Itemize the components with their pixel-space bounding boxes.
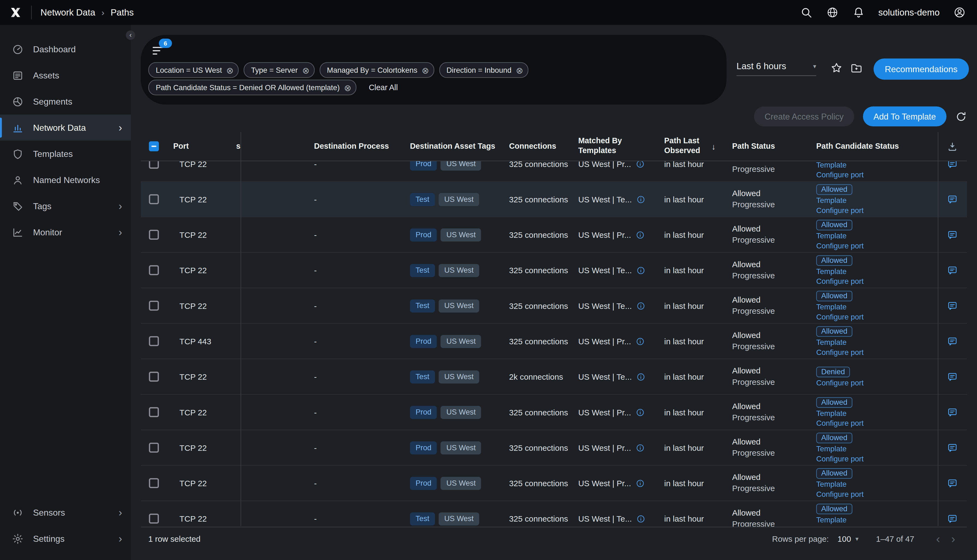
candidate-action-link-template[interactable]: Template	[816, 515, 847, 525]
column-header-path-status[interactable]: Path Status	[732, 142, 813, 151]
table-row[interactable]: TCP 22 - TestUS West 325 connections US …	[141, 501, 967, 527]
table-row[interactable]: TCP 22 - TestUS West 325 connections US …	[141, 253, 967, 288]
candidate-action-link-template[interactable]: Template	[816, 337, 847, 347]
select-all-checkbox[interactable]	[149, 142, 159, 152]
sidebar-item-dashboard[interactable]: Dashboard	[0, 36, 131, 62]
remove-filter-icon[interactable]: ⊗	[516, 66, 523, 74]
candidate-action-link-configure-port[interactable]: Configure port	[816, 418, 863, 428]
bell-icon[interactable]	[852, 6, 865, 19]
candidate-action-link-template[interactable]: Template	[816, 408, 847, 418]
table-row[interactable]: TCP 22 - ProdUS West 325 connections US …	[141, 217, 967, 253]
table-row[interactable]: TCP 22 - TestUS West 325 connections US …	[141, 288, 967, 323]
column-header-connections[interactable]: Connections	[509, 142, 578, 151]
remove-filter-icon[interactable]: ⊗	[344, 83, 351, 92]
table-row[interactable]: TCP 22 - ProdUS West 325 connections US …	[141, 161, 967, 182]
info-icon[interactable]	[636, 161, 645, 168]
remove-filter-icon[interactable]: ⊗	[422, 66, 429, 74]
candidate-action-link-template[interactable]: Template	[816, 302, 847, 312]
candidate-action-link-template[interactable]: Template	[816, 479, 847, 489]
info-icon[interactable]	[636, 301, 646, 310]
info-icon[interactable]	[636, 337, 645, 346]
column-header-port[interactable]: Port	[167, 142, 228, 151]
column-header-path-last-observed[interactable]: Path Last Observed ↓	[664, 137, 732, 156]
sidebar-item-templates[interactable]: Templates	[0, 141, 131, 167]
breadcrumb-section[interactable]: Network Data	[41, 7, 95, 17]
sidebar-item-network-data[interactable]: Network Data›	[0, 115, 131, 141]
comment-icon[interactable]	[947, 513, 958, 524]
info-icon[interactable]	[636, 265, 646, 275]
candidate-action-link-template[interactable]: Template	[816, 195, 847, 205]
recommendations-button[interactable]: Recommendations	[874, 58, 969, 80]
row-checkbox[interactable]	[149, 407, 159, 417]
sidebar-item-sensors[interactable]: Sensors›	[0, 499, 131, 525]
info-icon[interactable]	[636, 478, 645, 488]
row-checkbox[interactable]	[149, 301, 159, 311]
filter-chip[interactable]: Path Candidate Status = Denied OR Allowe…	[148, 80, 356, 95]
candidate-action-link-configure-port[interactable]: Configure port	[816, 276, 863, 286]
info-icon[interactable]	[636, 195, 646, 204]
star-icon[interactable]	[830, 62, 843, 75]
comment-icon[interactable]	[947, 161, 958, 169]
row-checkbox[interactable]	[149, 265, 159, 275]
sidebar-item-monitor[interactable]: Monitor›	[0, 219, 131, 245]
comment-icon[interactable]	[947, 300, 958, 311]
app-logo-icon[interactable]	[9, 6, 22, 19]
candidate-action-link-configure-port[interactable]: Configure port	[816, 205, 863, 215]
candidate-action-link-configure-port[interactable]: Configure port	[816, 240, 863, 251]
clear-all-filters-button[interactable]: Clear All	[369, 83, 398, 92]
search-icon[interactable]	[800, 6, 812, 19]
info-icon[interactable]	[636, 372, 646, 381]
filter-chip[interactable]: Direction = Inbound⊗	[439, 62, 528, 78]
filter-chip[interactable]: Managed By = Colortokens⊗	[320, 62, 434, 78]
column-header-matched-by-templates[interactable]: Matched By Templates	[578, 137, 664, 156]
filter-chip[interactable]: Location = US West⊗	[148, 62, 239, 78]
comment-icon[interactable]	[947, 229, 958, 240]
table-row[interactable]: TCP 22 - ProdUS West 325 connections US …	[141, 395, 967, 430]
next-page-button[interactable]: ›	[946, 532, 961, 544]
table-row[interactable]: TCP 22 - TestUS West 325 connections US …	[141, 182, 967, 217]
column-header-truncated[interactable]: s	[228, 142, 241, 151]
candidate-action-link-configure-port[interactable]: Configure port	[816, 453, 863, 463]
row-checkbox[interactable]	[149, 443, 159, 453]
save-view-folder-icon[interactable]	[850, 62, 863, 75]
globe-icon[interactable]	[826, 6, 838, 19]
row-checkbox[interactable]	[149, 194, 159, 204]
comment-icon[interactable]	[947, 478, 958, 488]
filter-chip[interactable]: Type = Server⊗	[243, 62, 314, 78]
candidate-action-link-configure-port[interactable]: Configure port	[816, 170, 863, 180]
candidate-action-link-template[interactable]: Template	[816, 161, 847, 170]
sidebar-collapse-button[interactable]: ‹	[126, 30, 135, 40]
filter-icon[interactable]: 6	[151, 43, 165, 58]
time-range-select[interactable]: Last 6 hours ▾	[736, 61, 816, 76]
info-icon[interactable]	[636, 443, 645, 452]
candidate-action-link-template[interactable]: Template	[816, 444, 847, 454]
download-icon[interactable]	[947, 141, 958, 152]
add-to-template-button[interactable]: Add To Template	[863, 107, 947, 127]
comment-icon[interactable]	[947, 407, 958, 418]
sidebar-item-segments[interactable]: Segments	[0, 88, 131, 115]
account-icon[interactable]	[953, 6, 966, 19]
comment-icon[interactable]	[947, 265, 958, 276]
candidate-action-link-configure-port[interactable]: Configure port	[816, 525, 863, 527]
table-row[interactable]: TCP 22 - TestUS West 2k connections US W…	[141, 359, 967, 395]
candidate-action-link-template[interactable]: Template	[816, 266, 847, 276]
sidebar-item-tags[interactable]: Tags›	[0, 193, 131, 219]
row-checkbox[interactable]	[149, 336, 159, 346]
sort-descending-icon[interactable]: ↓	[711, 142, 716, 151]
row-checkbox[interactable]	[149, 230, 159, 240]
column-header-destination-asset-tags[interactable]: Destination Asset Tags	[410, 142, 509, 151]
comment-icon[interactable]	[947, 371, 958, 382]
refresh-icon[interactable]	[955, 111, 967, 122]
rows-per-page-select[interactable]: 100 ▾	[837, 534, 858, 543]
remove-filter-icon[interactable]: ⊗	[302, 66, 309, 74]
sidebar-item-named-networks[interactable]: Named Networks	[0, 167, 131, 193]
comment-icon[interactable]	[947, 442, 958, 453]
candidate-action-link-template[interactable]: Template	[816, 231, 847, 241]
candidate-action-link-configure-port[interactable]: Configure port	[816, 378, 863, 388]
row-checkbox[interactable]	[149, 161, 159, 168]
table-row[interactable]: TCP 443 - ProdUS West 325 connections US…	[141, 324, 967, 359]
column-header-path-candidate-status[interactable]: Path Candidate Status	[813, 142, 938, 151]
row-checkbox[interactable]	[149, 514, 159, 524]
info-icon[interactable]	[636, 514, 646, 523]
candidate-action-link-configure-port[interactable]: Configure port	[816, 312, 863, 322]
